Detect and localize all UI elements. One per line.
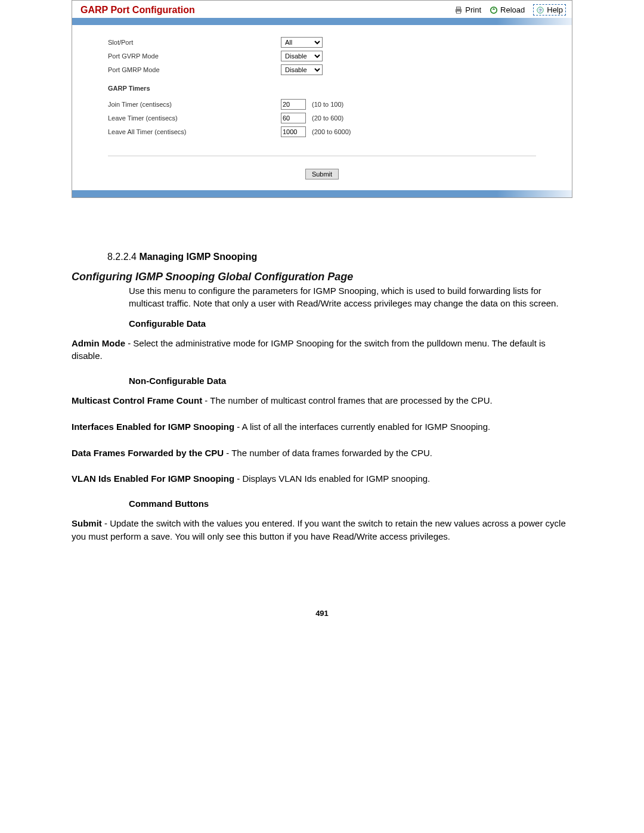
leave-timer-input[interactable]	[281, 113, 306, 123]
submit-term: Submit	[72, 518, 102, 528]
ifaces-body: - A list of all the interfaces currently…	[234, 422, 490, 432]
divider-line	[108, 156, 536, 156]
admin-mode-paragraph: Admin Mode - Select the administrative m…	[72, 337, 572, 363]
label-join-timer: Join Timer (centisecs)	[108, 101, 281, 108]
row-leave-all-timer: Leave All Timer (centisecs) (200 to 6000…	[108, 126, 548, 137]
section-number: 8.2.2.4	[107, 252, 137, 262]
submit-paragraph: Submit - Update the switch with the valu…	[72, 517, 572, 543]
row-gmrp-mode: Port GMRP Mode Disable	[108, 64, 548, 75]
admin-mode-term: Admin Mode	[72, 338, 125, 348]
gvrp-mode-select[interactable]: Disable	[281, 51, 323, 61]
range-leave-all-timer: (200 to 6000)	[312, 128, 351, 135]
divider-bar-bottom	[72, 190, 572, 197]
dataframes-term: Data Frames Forwarded by the CPU	[72, 448, 224, 458]
admin-mode-body: - Select the administrative mode for IGM…	[72, 338, 546, 361]
row-slot-port: Slot/Port All	[108, 37, 548, 48]
panel-header: GARP Port Configuration Print Reload	[72, 1, 572, 18]
reload-button[interactable]: Reload	[490, 5, 525, 14]
label-slot-port: Slot/Port	[108, 39, 281, 46]
section-heading: 8.2.2.4 Managing IGMP Snooping	[72, 252, 572, 262]
configurable-data-heading: Configurable Data	[129, 318, 572, 329]
submit-body: - Update the switch with the values you …	[72, 518, 566, 541]
ifaces-paragraph: Interfaces Enabled for IGMP Snooping - A…	[72, 420, 572, 433]
reload-label: Reload	[500, 5, 525, 14]
help-icon: ?	[536, 6, 544, 14]
slot-port-select[interactable]: All	[281, 37, 323, 48]
print-button[interactable]: Print	[454, 5, 481, 14]
join-timer-input[interactable]	[281, 99, 306, 110]
section-title: Managing IGMP Snooping	[139, 252, 257, 262]
vlan-term: VLAN Ids Enabled For IGMP Snooping	[72, 473, 234, 484]
svg-rect-2	[457, 11, 461, 13]
garp-config-panel: GARP Port Configuration Print Reload	[72, 0, 572, 198]
help-label: Help	[547, 5, 563, 14]
mcast-term: Multicast Control Frame Count	[72, 395, 202, 405]
panel-actions: Print Reload ? Help	[454, 4, 566, 16]
dataframes-body: - The number of data frames forwarded by…	[224, 448, 432, 458]
gmrp-mode-select[interactable]: Disable	[281, 64, 323, 75]
row-gvrp-mode: Port GVRP Mode Disable	[108, 51, 548, 61]
vlan-paragraph: VLAN Ids Enabled For IGMP Snooping - Dis…	[72, 472, 572, 485]
mcast-body: - The number of multicast control frames…	[202, 395, 493, 405]
submit-button[interactable]: Submit	[305, 169, 339, 179]
range-join-timer: (10 to 100)	[312, 101, 343, 108]
intro-paragraph: Use this menu to configure the parameter…	[129, 284, 572, 310]
row-join-timer: Join Timer (centisecs) (10 to 100)	[108, 99, 548, 110]
label-gmrp-mode: Port GMRP Mode	[108, 66, 281, 73]
garp-timers-heading: GARP Timers	[108, 85, 548, 92]
mcast-paragraph: Multicast Control Frame Count - The numb…	[72, 394, 572, 407]
dataframes-paragraph: Data Frames Forwarded by the CPU - The n…	[72, 447, 572, 460]
panel-title: GARP Port Configuration	[80, 5, 454, 16]
page-number: 491	[72, 609, 572, 618]
leave-all-timer-input[interactable]	[281, 126, 306, 137]
vlan-body: - Displays VLAN Ids enabled for IGMP sno…	[234, 473, 430, 484]
help-button[interactable]: ? Help	[533, 4, 566, 16]
divider-bar	[72, 18, 572, 25]
reload-icon	[490, 6, 498, 14]
label-gvrp-mode: Port GVRP Mode	[108, 52, 281, 60]
svg-rect-1	[457, 7, 461, 9]
label-leave-all-timer: Leave All Timer (centisecs)	[108, 128, 281, 135]
range-leave-timer: (20 to 600)	[312, 114, 343, 122]
non-configurable-data-heading: Non-Configurable Data	[129, 376, 572, 386]
ifaces-term: Interfaces Enabled for IGMP Snooping	[72, 422, 234, 432]
svg-point-3	[491, 7, 497, 13]
label-leave-timer: Leave Timer (centisecs)	[108, 114, 281, 122]
svg-text:?: ?	[539, 7, 542, 13]
page-heading: Configuring IGMP Snooping Global Configu…	[72, 271, 572, 283]
form-area: Slot/Port All Port GVRP Mode Disable Por…	[72, 25, 572, 147]
row-leave-timer: Leave Timer (centisecs) (20 to 600)	[108, 113, 548, 123]
print-label: Print	[465, 5, 481, 14]
print-icon	[454, 6, 463, 14]
document-body: 8.2.2.4 Managing IGMP Snooping Configuri…	[72, 252, 572, 618]
command-buttons-heading: Command Buttons	[129, 498, 572, 509]
